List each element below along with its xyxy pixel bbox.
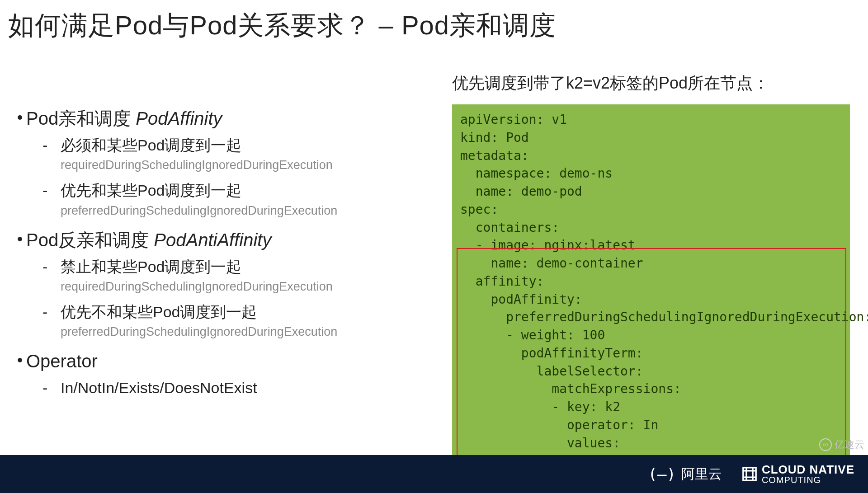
section-head-italic: PodAffinity: [136, 108, 222, 128]
code-caption: 优先调度到带了k2=v2标签的Pod所在节点：: [452, 72, 850, 94]
section-head: Pod反亲和调度: [26, 230, 154, 250]
watermark: ∞ 亿速云: [819, 438, 864, 451]
aliyun-label: 阿里云: [681, 465, 722, 484]
section-head-italic: PodAntiAffinity: [154, 230, 271, 250]
bullet-dash: -: [42, 377, 61, 399]
code-block: apiVersion: v1 kind: Pod metadata: names…: [452, 104, 850, 493]
bullet-level2: - 优先和某些Pod调度到一起 preferredDuringSchedulin…: [42, 179, 429, 222]
bullet-dash: -: [42, 256, 61, 298]
watermark-text: 亿速云: [835, 438, 864, 451]
section-head: Pod亲和调度: [26, 108, 136, 128]
watermark-icon: ∞: [819, 438, 832, 451]
bullet-level2: - 优先不和某些Pod调度到一起 preferredDuringScheduli…: [42, 301, 429, 343]
bullet-dot: •: [14, 228, 26, 252]
bullet-main: 优先和某些Pod调度到一起: [61, 179, 429, 202]
slide-root: 如何满足Pod与Pod关系要求？ – Pod亲和调度 • Pod亲和调度 Pod…: [0, 0, 868, 493]
bullet-main: In/NotIn/Exists/DoesNotExist: [61, 377, 429, 399]
bullet-sub: preferredDuringSchedulingIgnoredDuringEx…: [61, 204, 429, 218]
bullet-level1: • Operator: [14, 349, 429, 373]
cncf-line2: COMPUTING: [762, 475, 854, 484]
cncf-line1: CLOUD NATIVE: [762, 464, 854, 475]
bullet-sub: requiredDuringSchedulingIgnoredDuringExe…: [61, 158, 429, 172]
bullet-dot: •: [14, 106, 26, 131]
bullet-main: 禁止和某些Pod调度到一起: [61, 256, 429, 278]
bullet-level2: - 禁止和某些Pod调度到一起 requiredDuringScheduling…: [42, 256, 429, 298]
bullet-level2: - In/NotIn/Exists/DoesNotExist: [42, 377, 429, 399]
brand-cncf: CLOUD NATIVE COMPUTING: [742, 464, 854, 484]
svg-rect-0: [743, 468, 756, 480]
cncf-icon: [742, 466, 757, 482]
bullet-main: 优先不和某些Pod调度到一起: [61, 301, 429, 323]
brand-aliyun: (–) 阿里云: [648, 465, 722, 484]
slide-title: 如何满足Pod与Pod关系要求？ – Pod亲和调度: [8, 8, 556, 43]
bullet-level1: • Pod反亲和调度 PodAntiAffinity: [14, 228, 429, 252]
bullet-dash: -: [42, 301, 61, 343]
bullet-main: 必须和某些Pod调度到一起: [61, 134, 429, 156]
bullet-dash: -: [42, 179, 61, 222]
footer-bar: (–) 阿里云 CLOUD NATIVE COMPUTING: [0, 455, 868, 493]
bullet-level1: • Pod亲和调度 PodAffinity: [14, 106, 429, 131]
bullet-dot: •: [14, 349, 26, 373]
bullet-dash: -: [42, 134, 61, 177]
aliyun-icon: (–): [648, 465, 676, 483]
section-head: Operator: [26, 351, 98, 371]
left-column: • Pod亲和调度 PodAffinity - 必须和某些Pod调度到一起 re…: [14, 106, 429, 399]
bullet-level2: - 必须和某些Pod调度到一起 requiredDuringScheduling…: [42, 134, 429, 177]
bullet-sub: preferredDuringSchedulingIgnoredDuringEx…: [61, 325, 429, 339]
bullet-sub: requiredDuringSchedulingIgnoredDuringExe…: [61, 280, 429, 294]
right-column: 优先调度到带了k2=v2标签的Pod所在节点： apiVersion: v1 k…: [452, 72, 850, 493]
code-text: apiVersion: v1 kind: Pod metadata: names…: [460, 112, 868, 486]
